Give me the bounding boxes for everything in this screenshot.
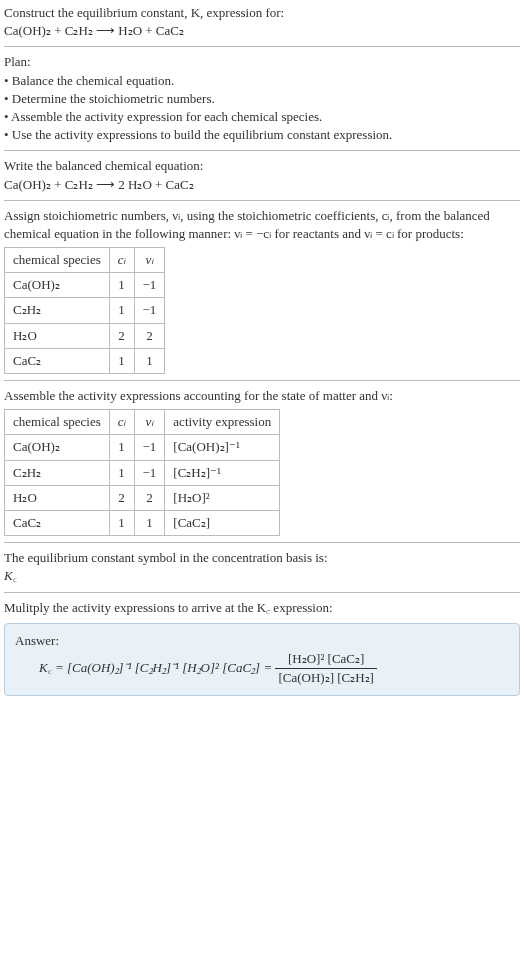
answer-label: Answer: (15, 632, 509, 650)
cell: 2 (109, 323, 134, 348)
table-row: Ca(OH)₂ 1 −1 (5, 273, 165, 298)
cell: H₂O (5, 485, 110, 510)
plan-item: • Assemble the activity expression for e… (4, 108, 520, 126)
basis-text: The equilibrium constant symbol in the c… (4, 549, 520, 567)
cell: CaC₂ (5, 348, 110, 373)
cell: CaC₂ (5, 510, 110, 535)
col-header: νᵢ (134, 248, 165, 273)
cell: 1 (109, 510, 134, 535)
plan-item: • Determine the stoichiometric numbers. (4, 90, 520, 108)
table-row: H₂O 2 2 [H₂O]² (5, 485, 280, 510)
cell: 1 (109, 273, 134, 298)
cell: H₂O (5, 323, 110, 348)
divider (4, 150, 520, 151)
stoich-text: Assign stoichiometric numbers, νᵢ, using… (4, 207, 520, 243)
cell: 1 (109, 348, 134, 373)
cell: Ca(OH)₂ (5, 435, 110, 460)
plan-heading: Plan: (4, 53, 520, 71)
table-row: C₂H₂ 1 −1 [C₂H₂]⁻¹ (5, 460, 280, 485)
title-line2: Ca(OH)₂ + C₂H₂ ⟶ H₂O + CaC₂ (4, 22, 520, 40)
title-line1: Construct the equilibrium constant, K, e… (4, 4, 520, 22)
cell: 1 (109, 460, 134, 485)
cell: 1 (109, 298, 134, 323)
answer-fraction: [H₂O]² [CaC₂] [Ca(OH)₂] [C₂H₂] (275, 650, 377, 687)
cell: 2 (134, 323, 165, 348)
answer-lhs: K꜀ = [Ca(OH)₂]⁻¹ [C₂H₂]⁻¹ [H₂O]² [CaC₂] … (39, 660, 272, 675)
col-header: cᵢ (109, 410, 134, 435)
col-header: cᵢ (109, 248, 134, 273)
fraction-denominator: [Ca(OH)₂] [C₂H₂] (275, 669, 377, 687)
plan-section: Plan: • Balance the chemical equation. •… (4, 53, 520, 144)
kc-symbol: K꜀ (4, 567, 520, 585)
table-row: CaC₂ 1 1 (5, 348, 165, 373)
table-header-row: chemical species cᵢ νᵢ (5, 248, 165, 273)
col-header: activity expression (165, 410, 280, 435)
cell: 1 (134, 510, 165, 535)
plan-item: • Use the activity expressions to build … (4, 126, 520, 144)
plan-item: • Balance the chemical equation. (4, 72, 520, 90)
problem-statement: Construct the equilibrium constant, K, e… (4, 4, 520, 40)
cell: 2 (134, 485, 165, 510)
table-row: CaC₂ 1 1 [CaC₂] (5, 510, 280, 535)
balanced-eq-section: Write the balanced chemical equation: Ca… (4, 157, 520, 193)
multiply-text: Mulitply the activity expressions to arr… (4, 599, 520, 617)
basis-section: The equilibrium constant symbol in the c… (4, 549, 520, 585)
stoich-section: Assign stoichiometric numbers, νᵢ, using… (4, 207, 520, 374)
divider (4, 380, 520, 381)
cell: 1 (109, 435, 134, 460)
cell: 2 (109, 485, 134, 510)
assemble-text: Assemble the activity expressions accoun… (4, 387, 520, 405)
stoich-table: chemical species cᵢ νᵢ Ca(OH)₂ 1 −1 C₂H₂… (4, 247, 165, 374)
divider (4, 592, 520, 593)
col-header: chemical species (5, 410, 110, 435)
answer-box: Answer: K꜀ = [Ca(OH)₂]⁻¹ [C₂H₂]⁻¹ [H₂O]²… (4, 623, 520, 697)
answer-expression: K꜀ = [Ca(OH)₂]⁻¹ [C₂H₂]⁻¹ [H₂O]² [CaC₂] … (15, 650, 509, 687)
balanced-equation: Ca(OH)₂ + C₂H₂ ⟶ 2 H₂O + CaC₂ (4, 176, 520, 194)
table-header-row: chemical species cᵢ νᵢ activity expressi… (5, 410, 280, 435)
cell: −1 (134, 460, 165, 485)
col-header: chemical species (5, 248, 110, 273)
cell: C₂H₂ (5, 460, 110, 485)
cell: [C₂H₂]⁻¹ (165, 460, 280, 485)
cell: Ca(OH)₂ (5, 273, 110, 298)
cell: −1 (134, 435, 165, 460)
multiply-section: Mulitply the activity expressions to arr… (4, 599, 520, 697)
table-row: H₂O 2 2 (5, 323, 165, 348)
activity-table: chemical species cᵢ νᵢ activity expressi… (4, 409, 280, 536)
balanced-heading: Write the balanced chemical equation: (4, 157, 520, 175)
divider (4, 542, 520, 543)
col-header: νᵢ (134, 410, 165, 435)
cell: −1 (134, 298, 165, 323)
divider (4, 200, 520, 201)
cell: [CaC₂] (165, 510, 280, 535)
cell: C₂H₂ (5, 298, 110, 323)
fraction-numerator: [H₂O]² [CaC₂] (275, 650, 377, 669)
table-row: C₂H₂ 1 −1 (5, 298, 165, 323)
table-row: Ca(OH)₂ 1 −1 [Ca(OH)₂]⁻¹ (5, 435, 280, 460)
divider (4, 46, 520, 47)
cell: 1 (134, 348, 165, 373)
activity-section: Assemble the activity expressions accoun… (4, 387, 520, 536)
cell: [H₂O]² (165, 485, 280, 510)
cell: −1 (134, 273, 165, 298)
cell: [Ca(OH)₂]⁻¹ (165, 435, 280, 460)
